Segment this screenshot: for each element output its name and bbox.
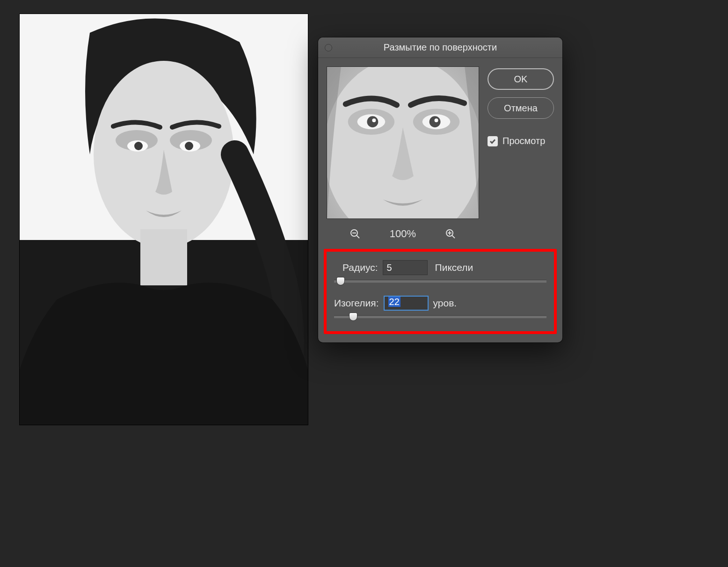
checkbox-checked-icon (488, 136, 498, 146)
svg-point-14 (430, 116, 441, 127)
portrait-illustration (20, 14, 308, 425)
threshold-slider-thumb[interactable] (349, 313, 357, 321)
svg-point-13 (367, 116, 378, 127)
preview-checkbox[interactable]: Просмотр (488, 136, 554, 146)
radius-input[interactable] (383, 260, 428, 275)
threshold-label: Изогелия: (334, 298, 379, 309)
radius-slider-thumb[interactable] (336, 277, 345, 285)
svg-point-15 (372, 118, 376, 122)
close-icon[interactable] (325, 44, 332, 51)
zoom-level: 100% (390, 228, 416, 240)
zoom-out-icon[interactable] (349, 227, 362, 240)
portrait-image (20, 14, 308, 425)
threshold-slider[interactable] (334, 315, 546, 318)
preview-checkbox-label: Просмотр (502, 136, 545, 146)
dialog-title: Размытие по поверхности (384, 42, 497, 53)
preview-face-illustration (327, 67, 479, 218)
svg-point-6 (134, 142, 143, 150)
svg-rect-1 (140, 229, 187, 285)
ok-button-label: OK (514, 74, 528, 85)
radius-label: Радиус: (342, 262, 378, 273)
radius-unit: Пиксели (435, 262, 473, 273)
ok-button[interactable]: OK (488, 68, 554, 90)
svg-line-21 (452, 235, 455, 238)
document-canvas (20, 14, 308, 425)
filter-preview[interactable] (327, 66, 479, 219)
radius-slider[interactable] (334, 280, 546, 283)
cancel-button[interactable]: Отмена (488, 97, 554, 119)
svg-point-16 (435, 118, 438, 122)
cancel-button-label: Отмена (504, 103, 538, 114)
zoom-in-icon[interactable] (444, 227, 457, 240)
threshold-unit: уров. (433, 298, 457, 309)
svg-point-7 (185, 142, 193, 150)
svg-line-18 (357, 235, 359, 238)
dialog-titlebar[interactable]: Размытие по поверхности (318, 37, 562, 58)
filter-controls-highlight: Радиус: Пиксели Изогелия: 22 уров. (324, 249, 557, 334)
threshold-input[interactable]: 22 (384, 296, 429, 311)
surface-blur-dialog: Размытие по поверхности (318, 37, 562, 342)
